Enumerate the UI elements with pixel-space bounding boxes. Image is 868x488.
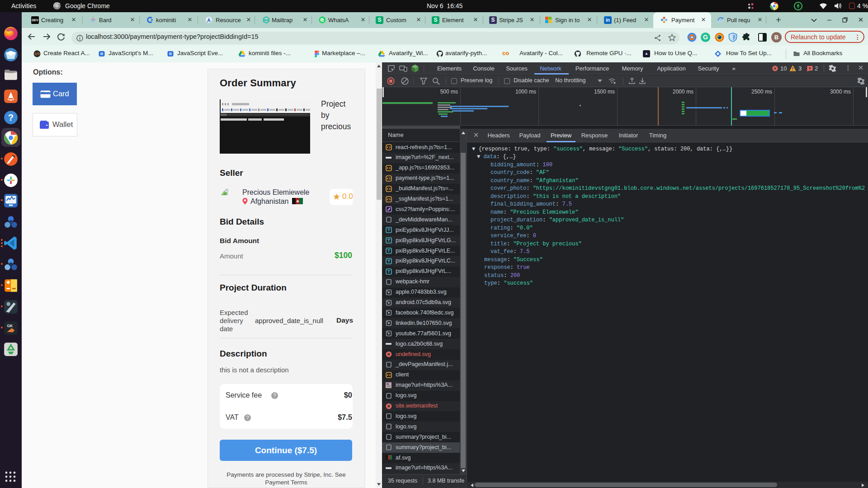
svg-text:?: ? <box>8 113 14 122</box>
svg-text:GK: GK <box>7 324 14 328</box>
